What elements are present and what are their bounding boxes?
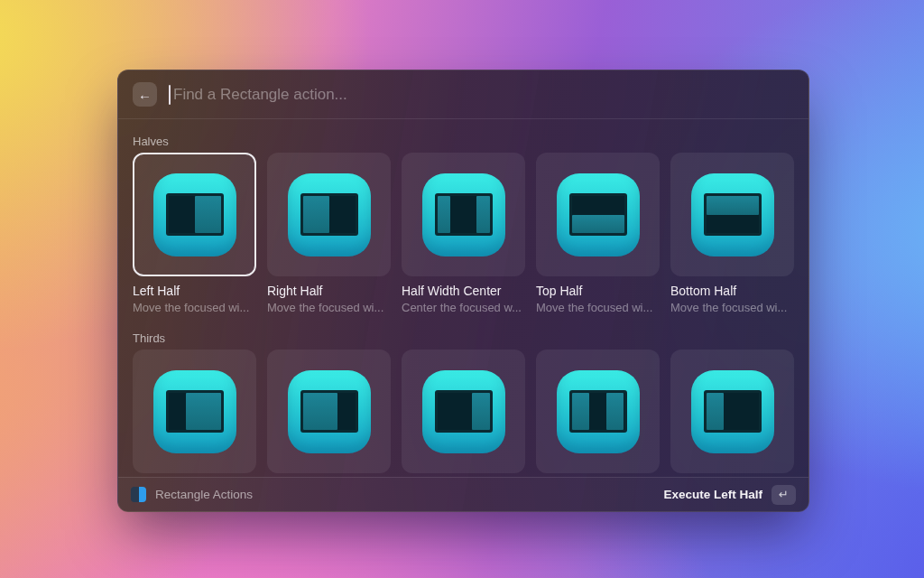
section-label: Thirds	[133, 331, 794, 345]
first-two-thirds-icon	[422, 370, 505, 453]
bottom-half-icon	[691, 173, 774, 256]
action-item-half-width-center[interactable]: Half Width Center Center the focused w..…	[402, 153, 525, 314]
action-grid: Left Half Move the focused wi... Right H…	[133, 153, 794, 314]
half-width-center-icon	[422, 173, 505, 256]
text-caret	[169, 85, 171, 105]
action-subtitle: Move the focused wi...	[670, 301, 794, 314]
launcher-window: ← Halves Left Half Move the focused wi..…	[117, 70, 809, 512]
icon-segment-window	[707, 215, 759, 234]
icon-segment-window	[438, 393, 473, 430]
center-third-icon	[557, 370, 640, 453]
return-key-icon: ↵	[772, 485, 796, 505]
icon-segment-space	[303, 196, 329, 233]
icon-screen	[435, 390, 493, 433]
icon-screen	[569, 193, 627, 236]
action-cell	[267, 350, 391, 473]
icon-segment-space	[572, 215, 624, 234]
icon-segment-window	[329, 196, 356, 233]
action-cell	[267, 153, 391, 276]
extension-icon-right-pane	[139, 487, 147, 502]
action-item-center-third[interactable]	[536, 350, 660, 473]
search-input[interactable]	[169, 86, 794, 104]
back-button[interactable]: ←	[133, 82, 157, 107]
action-cell	[402, 153, 525, 276]
first-third-icon	[153, 370, 236, 453]
icon-segment-window	[450, 196, 476, 233]
last-two-thirds-icon	[691, 370, 774, 453]
execute-action-label: Execute Left Half	[663, 488, 762, 501]
action-section: Thirds	[133, 331, 794, 473]
action-cell	[133, 350, 256, 473]
action-subtitle: Move the focused wi...	[267, 301, 391, 314]
source-label: Rectangle Actions	[155, 488, 253, 501]
icon-segment-space	[195, 196, 221, 233]
action-title: Half Width Center	[402, 284, 525, 298]
icon-segment-window	[724, 393, 759, 430]
icon-segment-space	[707, 196, 759, 215]
action-cell	[536, 153, 660, 276]
last-third-icon	[288, 370, 371, 453]
icon-screen	[704, 193, 762, 236]
action-title: Left Half	[133, 284, 256, 298]
action-title: Top Half	[536, 284, 660, 298]
icon-screen	[166, 390, 224, 433]
icon-screen	[435, 193, 493, 236]
action-item-last-third[interactable]	[267, 350, 391, 473]
icon-segment-space	[707, 393, 724, 430]
icon-segment-space	[572, 393, 589, 430]
action-cell	[670, 153, 794, 276]
left-half-icon	[153, 173, 236, 256]
action-item-bottom-half[interactable]: Bottom Half Move the focused wi...	[670, 153, 794, 314]
icon-segment-space	[476, 196, 490, 233]
action-cell	[670, 350, 794, 473]
action-title: Bottom Half	[670, 284, 794, 298]
icon-segment-space	[606, 393, 624, 430]
icon-segment-window	[337, 393, 355, 430]
icon-segment-window	[169, 196, 195, 233]
action-grid	[133, 350, 794, 473]
action-title: Right Half	[267, 284, 391, 298]
action-subtitle: Move the focused wi...	[536, 301, 660, 314]
action-subtitle: Move the focused wi...	[133, 301, 256, 314]
right-half-icon	[288, 173, 371, 256]
icon-screen	[166, 193, 224, 236]
action-item-first-third[interactable]	[133, 350, 256, 473]
top-half-icon	[557, 173, 640, 256]
action-item-first-two-thirds[interactable]	[402, 350, 525, 473]
icon-segment-space	[303, 393, 338, 430]
action-subtitle: Center the focused w...	[402, 301, 525, 314]
action-item-right-half[interactable]: Right Half Move the focused wi...	[267, 153, 391, 314]
section-label: Halves	[133, 135, 794, 148]
action-item-last-two-thirds[interactable]	[670, 350, 794, 473]
status-bar: Rectangle Actions Execute Left Half ↵	[118, 477, 808, 511]
action-item-left-half[interactable]: Left Half Move the focused wi...	[133, 153, 256, 314]
rectangle-extension-icon	[131, 487, 146, 502]
search-input-wrap	[169, 70, 794, 118]
action-cell	[536, 350, 660, 473]
action-section: Halves Left Half Move the focused wi... …	[133, 135, 794, 314]
execute-action-button[interactable]: Execute Left Half ↵	[663, 485, 796, 505]
icon-segment-space	[472, 393, 489, 430]
back-arrow-icon: ←	[138, 82, 152, 107]
icon-screen	[704, 390, 762, 433]
icon-segment-window	[169, 393, 186, 430]
search-bar: ←	[118, 70, 808, 119]
action-item-top-half[interactable]: Top Half Move the focused wi...	[536, 153, 660, 314]
desktop-background: ← Halves Left Half Move the focused wi..…	[0, 0, 924, 578]
icon-screen	[300, 390, 358, 433]
extension-icon-left-pane	[131, 487, 139, 502]
icon-segment-space	[186, 393, 221, 430]
action-cell	[402, 350, 525, 473]
icon-screen	[569, 390, 627, 433]
icon-segment-window	[589, 393, 606, 430]
results-area: Halves Left Half Move the focused wi... …	[118, 119, 808, 477]
action-cell	[133, 153, 256, 276]
icon-segment-window	[572, 196, 624, 215]
icon-segment-space	[438, 196, 451, 233]
icon-screen	[300, 193, 358, 236]
